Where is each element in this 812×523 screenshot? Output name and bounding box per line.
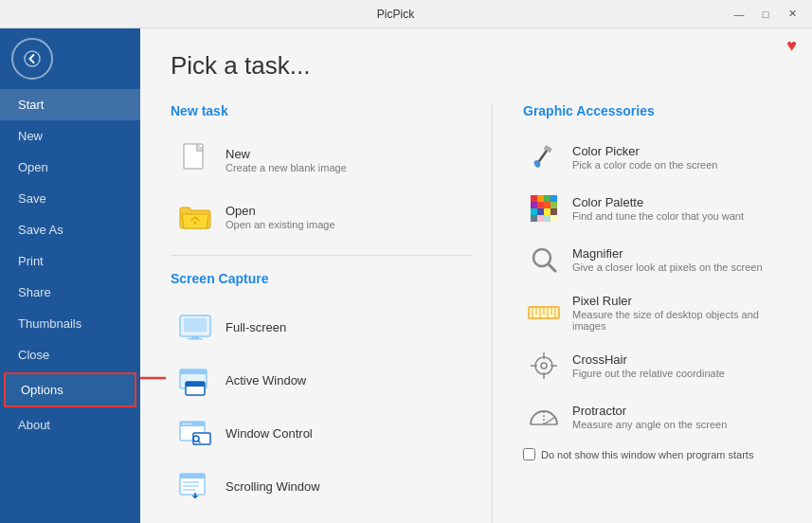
crosshair-icon — [527, 349, 561, 383]
red-arrow-annotation — [140, 364, 171, 396]
svg-point-0 — [25, 51, 40, 66]
new-task-item[interactable]: New Create a new blank image — [171, 134, 473, 187]
svg-rect-49 — [544, 202, 550, 208]
pixel-ruler-text: Pixel Ruler Measure the size of desktop … — [572, 294, 778, 332]
pixel-ruler-item[interactable]: Pixel Ruler Measure the size of desktop … — [523, 287, 782, 338]
svg-rect-56 — [537, 215, 544, 222]
sidebar-item-options[interactable]: Options — [4, 372, 136, 407]
minimize-button[interactable]: — — [727, 2, 751, 27]
two-column-layout: New task New Create a new blank image — [171, 103, 782, 523]
color-picker-item[interactable]: Color Picker Pick a color code on the sc… — [523, 134, 782, 181]
magnifier-text: Magnifier Give a closer look at pixels o… — [572, 246, 763, 273]
protractor-item[interactable]: Protractor Measure any angle on the scre… — [523, 393, 782, 441]
magnifier-item[interactable]: Magnifier Give a closer look at pixels o… — [523, 236, 782, 283]
svg-point-70 — [541, 363, 547, 369]
svg-point-17 — [189, 424, 191, 425]
svg-line-60 — [549, 264, 556, 272]
svg-rect-9 — [180, 370, 207, 374]
svg-rect-50 — [550, 202, 557, 208]
titlebar: PicPick — □ ✕ — [0, 0, 812, 28]
open-task-item[interactable]: Open Open an existing image — [171, 190, 473, 243]
no-show-checkbox[interactable] — [523, 448, 535, 460]
svg-rect-22 — [180, 474, 205, 478]
scrolling-window-icon — [176, 467, 214, 505]
open-folder-icon — [176, 198, 214, 236]
fullscreen-icon — [176, 308, 214, 346]
new-task-section-header: New task — [171, 103, 473, 118]
svg-point-16 — [187, 424, 189, 425]
content-area: ♥ Pick a task... New task New — [140, 28, 812, 523]
graphic-section-header: Graphic Accessories — [523, 103, 782, 118]
window-controls: — □ ✕ — [727, 2, 804, 27]
sidebar-item-open[interactable]: Open — [0, 152, 140, 183]
no-show-checkbox-row: Do not show this window when program sta… — [523, 448, 782, 460]
svg-point-69 — [535, 357, 552, 374]
svg-line-77 — [544, 417, 555, 424]
svg-rect-43 — [531, 195, 537, 202]
crosshair-item[interactable]: CrossHair Figure out the relative coordi… — [523, 342, 782, 389]
right-column: Graphic Accessories Color Picker Pick a … — [493, 103, 782, 523]
fullscreen-label: Full-screen — [226, 320, 286, 334]
scrolling-window-label: Scrolling Window — [226, 479, 320, 494]
svg-rect-5 — [184, 318, 207, 332]
scrolling-window-item[interactable]: Scrolling Window — [171, 460, 473, 512]
sidebar-item-share[interactable]: Share — [0, 277, 140, 308]
svg-rect-44 — [537, 195, 544, 202]
sidebar-item-close[interactable]: Close — [0, 339, 140, 370]
active-window-label: Active Window — [226, 373, 306, 388]
sidebar-item-thumbnails[interactable]: Thumbnails — [0, 308, 140, 339]
screen-capture-section-header: Screen Capture — [171, 271, 473, 286]
main-container: Start New Open Save Save As Print Share … — [0, 28, 812, 523]
page-title: Pick a task... — [171, 51, 782, 81]
no-show-label[interactable]: Do not show this window when program sta… — [541, 449, 753, 460]
svg-rect-54 — [550, 208, 557, 215]
sidebar-item-save-as[interactable]: Save As — [0, 214, 140, 245]
svg-rect-58 — [550, 215, 557, 222]
open-task-text: Open Open an existing image — [226, 204, 335, 230]
sidebar: Start New Open Save Save As Print Share … — [0, 28, 140, 523]
sidebar-item-save[interactable]: Save — [0, 183, 140, 214]
back-button[interactable] — [11, 38, 53, 80]
window-control-label: Window Control — [226, 426, 313, 441]
sidebar-item-print[interactable]: Print — [0, 245, 140, 277]
color-palette-text: Color Palette Find and tune the color th… — [572, 195, 744, 222]
svg-rect-47 — [531, 202, 537, 208]
new-task-text: New Create a new blank image — [226, 147, 347, 173]
svg-rect-7 — [188, 338, 203, 340]
svg-rect-55 — [531, 215, 537, 222]
svg-rect-57 — [544, 215, 550, 222]
maximize-button[interactable]: □ — [753, 2, 778, 27]
sidebar-item-about[interactable]: About — [0, 409, 140, 441]
crosshair-text: CrossHair Figure out the relative coordi… — [572, 352, 725, 379]
svg-rect-52 — [537, 208, 544, 215]
svg-rect-6 — [191, 336, 199, 338]
section-divider — [171, 255, 473, 256]
color-picker-icon — [527, 140, 561, 174]
close-button[interactable]: ✕ — [780, 2, 804, 27]
svg-rect-48 — [537, 202, 544, 208]
svg-rect-45 — [544, 195, 550, 202]
active-window-icon — [176, 361, 214, 399]
region-item[interactable]: Region — [171, 514, 473, 523]
svg-point-3 — [194, 222, 197, 225]
magnifier-icon — [527, 243, 561, 277]
sidebar-item-new[interactable]: New — [0, 120, 140, 152]
svg-rect-51 — [531, 208, 537, 215]
heart-icon[interactable]: ♥ — [786, 36, 797, 56]
fullscreen-item[interactable]: Full-screen — [171, 301, 473, 352]
svg-rect-46 — [550, 195, 557, 202]
protractor-icon — [527, 400, 561, 434]
color-palette-icon — [527, 191, 561, 225]
protractor-text: Protractor Measure any angle on the scre… — [572, 404, 727, 430]
active-window-item[interactable]: Active Window — [171, 354, 473, 406]
app-title: PicPick — [64, 8, 727, 21]
color-picker-text: Color Picker Pick a color code on the sc… — [572, 144, 717, 171]
window-control-item[interactable]: Window Control — [171, 407, 473, 459]
svg-rect-53 — [544, 208, 550, 215]
svg-rect-18 — [193, 433, 210, 444]
svg-rect-11 — [186, 382, 205, 387]
window-control-icon — [176, 414, 214, 452]
sidebar-item-start[interactable]: Start — [0, 89, 140, 120]
left-column: New task New Create a new blank image — [171, 103, 493, 523]
color-palette-item[interactable]: Color Palette Find and tune the color th… — [523, 185, 782, 232]
